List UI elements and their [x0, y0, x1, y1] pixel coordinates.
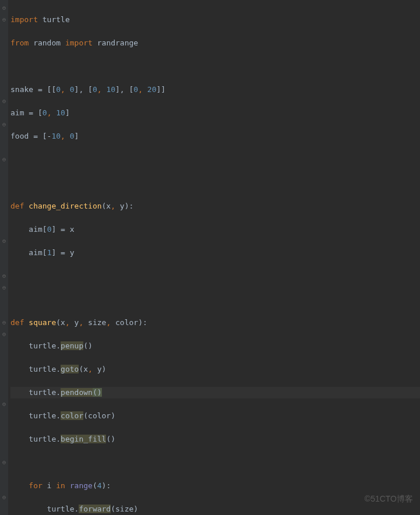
- fold-gutter: ⊖ ⊖ ⊖ ⊖ ⊖ ⊖ ⊖ ⊖ ⊖ ⊖ ⊖: [0, 0, 8, 515]
- fold-marker: [0, 410, 8, 422]
- fold-marker: [0, 107, 8, 119]
- fold-marker: [0, 84, 8, 96]
- code-line[interactable]: turtle.color(color): [10, 410, 420, 422]
- code-line[interactable]: food = [-10, 0]: [10, 130, 420, 142]
- fold-marker: [0, 37, 8, 49]
- fold-marker[interactable]: ⊖: [0, 317, 8, 329]
- fold-marker: [0, 72, 8, 84]
- fold-marker: [0, 177, 8, 189]
- fold-marker: [0, 142, 8, 154]
- fold-marker: [0, 200, 8, 212]
- fold-marker[interactable]: ⊖: [0, 457, 8, 468]
- fold-marker: [0, 212, 8, 224]
- code-line[interactable]: for i in range(4):: [10, 480, 420, 492]
- fold-marker: [0, 387, 8, 398]
- fold-marker: [0, 49, 8, 61]
- fold-marker: [0, 433, 8, 445]
- fold-marker[interactable]: ⊖: [0, 2, 8, 14]
- fold-marker: [0, 247, 8, 259]
- code-line[interactable]: turtle.begin_fill(): [10, 433, 420, 445]
- fold-marker[interactable]: ⊖: [0, 398, 8, 410]
- fold-marker[interactable]: ⊖: [0, 282, 8, 294]
- code-editor: ⊖ ⊖ ⊖ ⊖ ⊖ ⊖ ⊖ ⊖ ⊖ ⊖ ⊖: [0, 0, 420, 515]
- fold-marker[interactable]: ⊖: [0, 270, 8, 282]
- code-line[interactable]: snake = [[0, 0], [0, 10], [0, 20]]: [10, 84, 420, 96]
- code-line[interactable]: turtle.goto(x, y): [10, 364, 420, 375]
- fold-marker: [0, 61, 8, 72]
- fold-marker[interactable]: ⊖: [0, 492, 8, 503]
- fold-marker: [0, 26, 8, 37]
- fold-marker: [0, 375, 8, 387]
- fold-marker: [0, 294, 8, 305]
- code-line-current[interactable]: turtle.pendown(): [10, 387, 420, 398]
- fold-marker: [0, 340, 8, 352]
- fold-marker: [0, 130, 8, 142]
- code-line[interactable]: def square(x, y, size, color):: [10, 317, 420, 329]
- code-line[interactable]: turtle.penup(): [10, 340, 420, 352]
- code-line[interactable]: def change_direction(x, y):: [10, 200, 420, 212]
- fold-marker: [0, 422, 8, 433]
- fold-marker: [0, 503, 8, 515]
- fold-marker[interactable]: ⊖: [0, 119, 8, 130]
- fold-marker[interactable]: ⊖: [0, 235, 8, 247]
- fold-marker[interactable]: ⊖: [0, 14, 8, 26]
- code-line[interactable]: turtle.forward(size): [10, 503, 420, 515]
- code-line[interactable]: aim[1] = y: [10, 247, 420, 259]
- fold-marker[interactable]: ⊖: [0, 96, 8, 107]
- fold-marker: [0, 224, 8, 235]
- fold-marker: [0, 305, 8, 317]
- fold-marker: [0, 468, 8, 480]
- fold-marker: [0, 352, 8, 364]
- code-line[interactable]: aim[0] = x: [10, 224, 420, 235]
- code-area[interactable]: import turtle from random import randran…: [8, 0, 420, 515]
- fold-marker: [0, 165, 8, 177]
- fold-marker: [0, 480, 8, 492]
- fold-marker: [0, 364, 8, 375]
- code-line[interactable]: aim = [0, 10]: [10, 107, 420, 119]
- fold-marker: [0, 189, 8, 200]
- fold-marker[interactable]: ⊖: [0, 154, 8, 165]
- fold-marker[interactable]: ⊖: [0, 329, 8, 340]
- fold-marker: [0, 259, 8, 270]
- fold-marker: [0, 445, 8, 457]
- code-line[interactable]: from random import randrange: [10, 37, 420, 49]
- code-line[interactable]: import turtle: [10, 14, 420, 26]
